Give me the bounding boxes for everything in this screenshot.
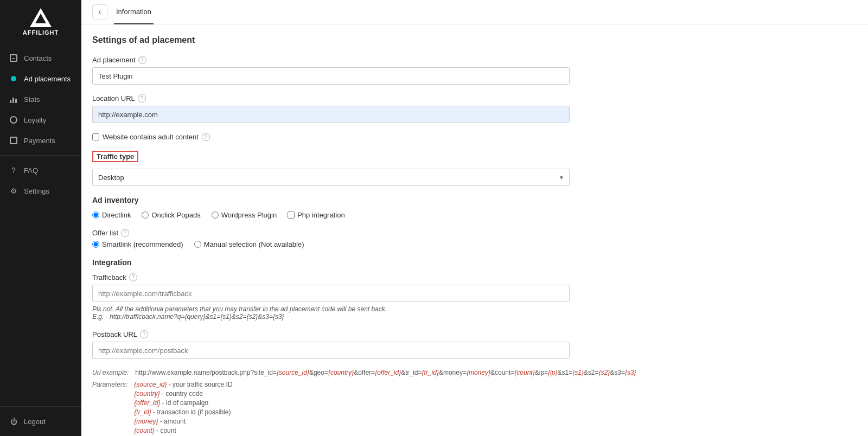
back-button[interactable]: ‹ bbox=[92, 4, 107, 20]
sidebar-item-faq[interactable]: ? FAQ bbox=[0, 160, 81, 181]
logout-label: Logout bbox=[24, 418, 46, 426]
param-tr-id: {tr_id} - transaction id (if possible) bbox=[134, 408, 243, 416]
sidebar-item-contacts[interactable]: Contacts bbox=[0, 48, 81, 68]
parameters-label: Parameters: bbox=[92, 381, 127, 436]
trafficback-label: Trafficback ? bbox=[92, 273, 667, 281]
offer-list-label: Offer list ? bbox=[92, 229, 667, 237]
offer-manual[interactable]: Manual selection (Not available) bbox=[194, 240, 304, 248]
sidebar-item-payments[interactable]: Payments bbox=[0, 130, 81, 151]
parameters-block: Parameters: {source_id} - your traffic s… bbox=[92, 381, 667, 436]
sidebar-nav: Contacts Ad placements Stats Loyalty bbox=[0, 43, 81, 406]
smartlink-label: Smartlink (recommended) bbox=[102, 240, 183, 248]
traffic-type-group: Traffic type Desktop Mobile All bbox=[92, 151, 667, 186]
location-url-input[interactable] bbox=[92, 106, 570, 123]
trafficback-group: Trafficback ? Pls not. All the additiona… bbox=[92, 273, 667, 320]
location-url-label: Location URL ? bbox=[92, 94, 667, 102]
param-offer-id: {offer_id} - id of campaign bbox=[134, 399, 243, 407]
logo-icon bbox=[30, 8, 52, 27]
onclick-radio[interactable] bbox=[142, 211, 149, 219]
param-country: {country} - country code bbox=[134, 390, 243, 397]
parameters-list: {source_id} - your traffic source ID {co… bbox=[134, 381, 243, 436]
stats-icon bbox=[9, 94, 18, 104]
sidebar-item-ad-placements[interactable]: Ad placements bbox=[0, 68, 81, 89]
param-count: {count} - count bbox=[134, 427, 243, 434]
logo: AFFILIGHT bbox=[0, 0, 81, 43]
contacts-label: Contacts bbox=[24, 54, 52, 62]
directlink-label: Directlink bbox=[102, 211, 131, 219]
stats-label: Stats bbox=[24, 95, 40, 104]
manual-label: Manual selection (Not available) bbox=[204, 240, 304, 248]
integration-group: Integration Trafficback ? Pls not. All t… bbox=[92, 258, 667, 436]
sidebar-item-loyalty[interactable]: Loyalty bbox=[0, 110, 81, 130]
payments-label: Payments bbox=[24, 137, 55, 145]
tab-bar: Information bbox=[114, 0, 154, 24]
url-example-value: http://www.example.name/postback.php?sit… bbox=[135, 369, 636, 376]
faq-label: FAQ bbox=[24, 166, 38, 175]
page-title: Settings of ad placement bbox=[92, 35, 667, 45]
smartlink-radio[interactable] bbox=[92, 241, 99, 248]
offer-list-options: Smartlink (recommended) Manual selection… bbox=[92, 240, 667, 248]
trafficback-help-icon[interactable]: ? bbox=[129, 273, 137, 281]
traffic-type-select[interactable]: Desktop Mobile All bbox=[92, 169, 570, 186]
wordpress-label: Wordpress Plugin bbox=[221, 211, 277, 219]
postback-url-help-icon[interactable]: ? bbox=[140, 330, 148, 338]
wordpress-radio[interactable] bbox=[212, 211, 219, 219]
traffic-type-select-wrapper: Desktop Mobile All bbox=[92, 169, 570, 186]
trafficback-note: Pls not. All the additional parameters t… bbox=[92, 305, 667, 320]
ad-placements-icon bbox=[9, 74, 18, 84]
main-content: ‹ Information Settings of ad placement A… bbox=[81, 0, 868, 436]
ad-placement-group: Ad placement ? bbox=[92, 56, 667, 85]
url-example-row: Url example: http://www.example.name/pos… bbox=[92, 369, 667, 376]
adult-content-label: Website contains adult content bbox=[103, 133, 199, 141]
ad-inventory-onclick[interactable]: Onclick Popads bbox=[142, 211, 200, 219]
onclick-label: Onclick Popads bbox=[151, 211, 200, 219]
offer-list-group: Offer list ? Smartlink (recommended) Man… bbox=[92, 229, 667, 248]
loyalty-label: Loyalty bbox=[24, 116, 46, 124]
sidebar-bottom: ⏻ Logout bbox=[0, 406, 81, 436]
ad-placement-input[interactable] bbox=[92, 67, 570, 85]
adult-content-help-icon[interactable]: ? bbox=[202, 133, 210, 141]
php-checkbox[interactable] bbox=[288, 211, 295, 219]
ad-inventory-options: Directlink Onclick Popads Wordpress Plug… bbox=[92, 211, 667, 219]
location-url-group: Location URL ? bbox=[92, 94, 667, 123]
ad-placement-help-icon[interactable]: ? bbox=[138, 56, 146, 64]
location-url-help-icon[interactable]: ? bbox=[138, 94, 146, 102]
ad-inventory-directlink[interactable]: Directlink bbox=[92, 211, 131, 219]
faq-icon: ? bbox=[9, 165, 18, 175]
url-example-label: Url example: bbox=[92, 369, 129, 376]
postback-url-group: Postback URL ? bbox=[92, 330, 667, 359]
ad-inventory-wordpress[interactable]: Wordpress Plugin bbox=[212, 211, 277, 219]
settings-icon: ⚙ bbox=[9, 186, 18, 196]
php-label: Php integration bbox=[297, 211, 344, 219]
offer-smartlink[interactable]: Smartlink (recommended) bbox=[92, 240, 183, 248]
trafficback-input[interactable] bbox=[92, 285, 570, 302]
settings-label: Settings bbox=[24, 187, 49, 195]
sidebar-item-settings[interactable]: ⚙ Settings bbox=[0, 181, 81, 201]
ad-inventory-group: Ad inventory Directlink Onclick Popads W… bbox=[92, 196, 667, 219]
sidebar-divider-1 bbox=[0, 155, 81, 156]
content-area: Settings of ad placement Ad placement ? … bbox=[81, 24, 678, 436]
loyalty-icon bbox=[9, 115, 18, 125]
contacts-icon bbox=[9, 53, 18, 63]
integration-title: Integration bbox=[92, 258, 667, 267]
postback-url-label: Postback URL ? bbox=[92, 330, 667, 338]
sidebar-item-stats[interactable]: Stats bbox=[0, 89, 81, 110]
adult-content-row: Website contains adult content ? bbox=[92, 133, 667, 141]
logo-text: AFFILIGHT bbox=[23, 29, 59, 36]
directlink-radio[interactable] bbox=[92, 211, 99, 219]
ad-placements-label: Ad placements bbox=[24, 75, 71, 83]
postback-url-input[interactable] bbox=[92, 342, 570, 359]
tab-information[interactable]: Information bbox=[114, 0, 154, 24]
traffic-type-label: Traffic type bbox=[92, 151, 138, 162]
header: ‹ Information bbox=[81, 0, 868, 24]
ad-inventory-title: Ad inventory bbox=[92, 196, 667, 204]
payments-icon bbox=[9, 136, 18, 145]
sidebar: AFFILIGHT Contacts Ad placements bbox=[0, 0, 81, 436]
ad-inventory-php[interactable]: Php integration bbox=[288, 211, 344, 219]
adult-content-checkbox[interactable] bbox=[92, 133, 99, 140]
manual-radio[interactable] bbox=[194, 241, 201, 248]
param-money: {money} - amount bbox=[134, 418, 243, 425]
ad-placement-label: Ad placement ? bbox=[92, 56, 667, 64]
offer-list-help-icon[interactable]: ? bbox=[121, 229, 129, 237]
sidebar-item-logout[interactable]: ⏻ Logout bbox=[0, 411, 81, 432]
